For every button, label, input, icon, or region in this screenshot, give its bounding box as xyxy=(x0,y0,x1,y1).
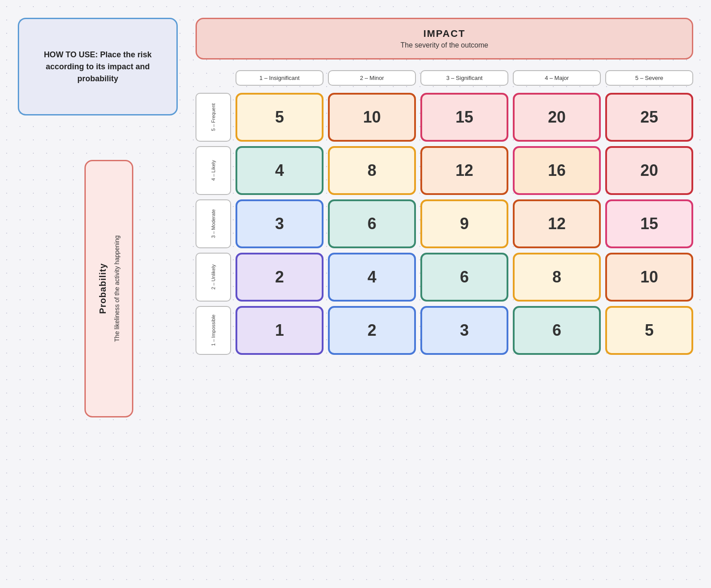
row-label-2: 2 – Unlikely xyxy=(196,253,231,302)
cell-1-2[interactable]: 2 xyxy=(328,306,416,355)
row-label-3: 3 – Moderate xyxy=(196,199,231,248)
how-to-use-box: HOW TO USE: Place the risk according to … xyxy=(18,18,178,115)
probability-label-box: Probability The likeliness of the activi… xyxy=(84,160,133,417)
row-label-5: 5 – Frequent xyxy=(196,93,231,142)
column-headers: 1 – Insignificant 2 – Minor 3 – Signific… xyxy=(196,70,693,86)
cell-2-3[interactable]: 6 xyxy=(420,253,508,302)
grid-row-4: 4 – Likely 4 8 12 16 20 xyxy=(196,146,693,195)
cell-1-5[interactable]: 5 xyxy=(605,306,693,355)
col-header-3: 3 – Significant xyxy=(420,70,508,86)
page-container: HOW TO USE: Place the risk according to … xyxy=(0,0,711,435)
col-header-spacer xyxy=(196,70,231,86)
cell-3-4[interactable]: 12 xyxy=(513,199,601,248)
impact-subtitle: The severity of the outcome xyxy=(215,41,674,49)
grid-row-1: 1 – Impossible 1 2 3 6 5 xyxy=(196,306,693,355)
cell-4-3[interactable]: 12 xyxy=(420,146,508,195)
how-to-use-text: HOW TO USE: Place the risk according to … xyxy=(32,49,163,85)
cell-3-1[interactable]: 3 xyxy=(236,199,324,248)
grid-row-5: 5 – Frequent 5 10 15 20 25 xyxy=(196,93,693,142)
probability-label-inner: Probability The likeliness of the activi… xyxy=(98,235,120,342)
cell-4-2[interactable]: 8 xyxy=(328,146,416,195)
cell-1-4[interactable]: 6 xyxy=(513,306,601,355)
col-header-1: 1 – Insignificant xyxy=(236,70,324,86)
cell-3-3[interactable]: 9 xyxy=(420,199,508,248)
row-label-4: 4 – Likely xyxy=(196,146,231,195)
col-header-2: 2 – Minor xyxy=(328,70,416,86)
cell-4-4[interactable]: 16 xyxy=(513,146,601,195)
grid-section: 5 – Frequent 5 10 15 20 25 4 – Likely 4 … xyxy=(196,93,693,355)
left-panel: HOW TO USE: Place the risk according to … xyxy=(18,18,178,417)
cell-4-5[interactable]: 20 xyxy=(605,146,693,195)
right-panel: IMPACT The severity of the outcome 1 – I… xyxy=(196,18,693,417)
cell-5-1[interactable]: 5 xyxy=(236,93,324,142)
grid-row-3: 3 – Moderate 3 6 9 12 15 xyxy=(196,199,693,248)
cell-5-3[interactable]: 15 xyxy=(420,93,508,142)
cell-3-5[interactable]: 15 xyxy=(605,199,693,248)
cell-2-5[interactable]: 10 xyxy=(605,253,693,302)
grid-row-2: 2 – Unlikely 2 4 6 8 10 xyxy=(196,253,693,302)
cell-5-4[interactable]: 20 xyxy=(513,93,601,142)
col-header-5: 5 – Severe xyxy=(605,70,693,86)
cell-5-5[interactable]: 25 xyxy=(605,93,693,142)
row-label-1: 1 – Impossible xyxy=(196,306,231,355)
cell-2-2[interactable]: 4 xyxy=(328,253,416,302)
cell-1-1[interactable]: 1 xyxy=(236,306,324,355)
cell-3-2[interactable]: 6 xyxy=(328,199,416,248)
cell-2-1[interactable]: 2 xyxy=(236,253,324,302)
impact-title: IMPACT xyxy=(215,28,674,40)
cell-5-2[interactable]: 10 xyxy=(328,93,416,142)
probability-title: Probability xyxy=(98,263,108,314)
cell-1-3[interactable]: 3 xyxy=(420,306,508,355)
probability-subtitle: The likeliness of the activity happening xyxy=(113,235,120,342)
cell-2-4[interactable]: 8 xyxy=(513,253,601,302)
impact-header-box: IMPACT The severity of the outcome xyxy=(196,18,693,60)
cell-4-1[interactable]: 4 xyxy=(236,146,324,195)
col-header-4: 4 – Major xyxy=(513,70,601,86)
